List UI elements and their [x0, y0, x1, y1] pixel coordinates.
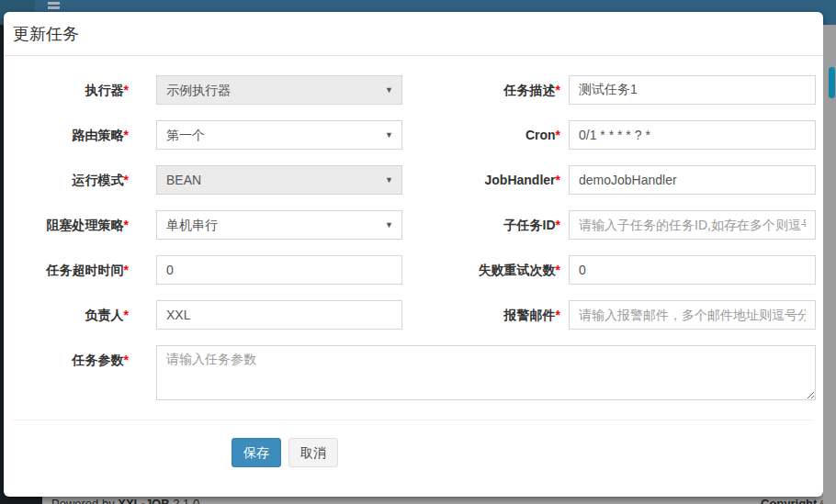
field-label-text: 报警邮件 — [504, 308, 556, 322]
chevron-down-icon: ▼ — [385, 121, 393, 149]
required-mark: * — [124, 128, 129, 142]
field-label-text: 任务参数 — [73, 353, 124, 367]
field-label-text: 任务超时时间 — [47, 263, 124, 277]
field-label-text: 执行器 — [85, 83, 124, 97]
field-author-input[interactable] — [156, 300, 402, 330]
required-mark: * — [556, 263, 560, 277]
field-glue-type-label: 运行模式* — [13, 165, 156, 195]
modal-title: 更新任务 — [13, 24, 814, 44]
field-alarm-email-label: 报警邮件* — [402, 300, 569, 330]
field-label-text: 运行模式 — [73, 173, 124, 187]
required-mark: * — [124, 83, 129, 97]
required-mark: * — [556, 308, 560, 322]
save-button[interactable]: 保存 — [232, 438, 281, 467]
field-child-job-id-label: 子任务ID* — [402, 210, 569, 240]
field-block-strategy-label: 阻塞处理策略* — [13, 210, 156, 240]
field-job-param-textarea[interactable] — [156, 345, 816, 400]
field-job-param-label: 任务参数* — [13, 345, 156, 400]
field-route-strategy-label: 路由策略* — [13, 120, 156, 150]
field-cron-label: Cron* — [402, 120, 569, 150]
field-block-strategy-select[interactable]: 单机串行▼ — [156, 210, 402, 240]
field-route-strategy-select[interactable]: 第一个▼ — [156, 120, 402, 150]
field-author-label: 负责人* — [13, 300, 156, 330]
field-route-strategy-value: 第一个 — [166, 128, 205, 142]
field-fail-retry-count-label: 失败重试次数* — [402, 255, 569, 285]
field-child-job-id-input[interactable] — [569, 210, 816, 240]
hamburger-menu-icon[interactable] — [48, 2, 60, 11]
field-glue-type-select: BEAN▼ — [156, 165, 402, 195]
field-label-text: 负责人 — [85, 308, 124, 322]
required-mark: * — [556, 83, 560, 97]
chevron-down-icon: ▼ — [385, 211, 393, 239]
hamburger-bar — [48, 6, 60, 9]
scrollbar-thumb[interactable] — [829, 67, 835, 98]
chevron-down-icon: ▼ — [385, 166, 393, 194]
field-cron-input[interactable] — [569, 120, 816, 150]
field-fail-retry-count-input[interactable] — [569, 255, 816, 285]
update-task-modal: 更新任务 执行器*示例执行器▼任务描述*路由策略*第一个▼Cron*运行模式*B… — [4, 12, 823, 497]
field-job-handler-input[interactable] — [569, 165, 816, 195]
field-label-text: 路由策略 — [73, 128, 124, 142]
hamburger-bar — [48, 2, 60, 5]
modal-header: 更新任务 — [4, 12, 823, 56]
field-label-text: 阻塞处理策略 — [47, 218, 124, 232]
field-alarm-email-input[interactable] — [569, 300, 816, 330]
cancel-button[interactable]: 取消 — [288, 438, 338, 467]
version-text: 2.1.0 — [170, 497, 200, 504]
field-executor-value: 示例执行器 — [166, 83, 231, 97]
field-label-text: Cron — [525, 128, 556, 142]
field-job-desc-label: 任务描述* — [402, 75, 569, 105]
field-label-text: 失败重试次数 — [479, 263, 556, 277]
brand-text: XXL-JOB — [118, 497, 169, 504]
field-label-text: 子任务ID — [504, 218, 556, 232]
required-mark: * — [124, 308, 129, 322]
field-timeout-input[interactable] — [156, 255, 402, 285]
field-timeout-label: 任务超时时间* — [13, 255, 156, 285]
required-mark: * — [556, 128, 560, 142]
field-label-text: JobHandler — [485, 173, 556, 187]
required-mark: * — [124, 173, 129, 187]
required-mark: * — [556, 173, 560, 187]
scrollbar[interactable] — [823, 25, 836, 504]
form-grid: 执行器*示例执行器▼任务描述*路由策略*第一个▼Cron*运行模式*BEAN▼J… — [13, 75, 823, 400]
field-block-strategy-value: 单机串行 — [166, 218, 218, 232]
field-job-handler-label: JobHandler* — [402, 165, 569, 195]
powered-by-text: Powered by XXL-JOB 2.1.0 — [51, 497, 199, 504]
field-job-desc-input[interactable] — [569, 75, 816, 105]
footer-divider — [13, 420, 812, 420]
field-executor-label: 执行器* — [13, 75, 156, 105]
modal-footer: 保存 取消 — [232, 438, 823, 467]
field-label-text: 任务描述 — [504, 83, 556, 97]
required-mark: * — [556, 218, 560, 232]
field-glue-type-value: BEAN — [166, 173, 201, 187]
required-mark: * — [124, 263, 129, 277]
required-mark: * — [124, 218, 129, 232]
field-executor-select: 示例执行器▼ — [156, 75, 402, 105]
required-mark: * — [124, 353, 129, 367]
chevron-down-icon: ▼ — [385, 76, 393, 104]
